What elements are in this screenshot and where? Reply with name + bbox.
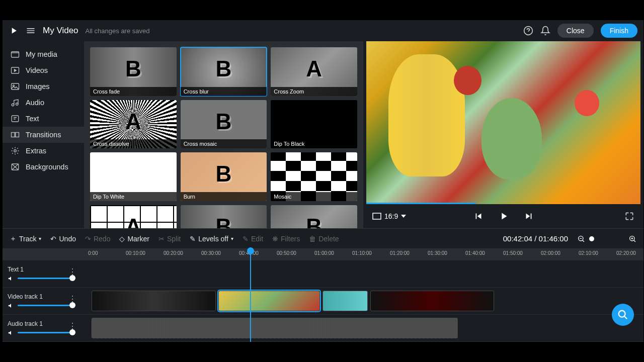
volume-icon[interactable] xyxy=(8,275,15,282)
chevron-down-icon xyxy=(401,215,406,218)
transition-item[interactable]: B xyxy=(271,205,357,228)
transition-burn[interactable]: BBurn xyxy=(181,152,267,201)
sidebar-item-my-media[interactable]: My media xyxy=(3,46,84,62)
help-fab[interactable] xyxy=(612,304,634,326)
track-header: Audio track 1⋮ xyxy=(3,318,80,338)
transition-cross-dissolve[interactable]: ACross dissolve xyxy=(90,100,177,149)
timeline-ruler[interactable]: 0:0000:10:0000:20:0000:30:0000:40:0000:5… xyxy=(3,248,643,260)
transition-label: Cross mosaic xyxy=(181,139,267,148)
video-clip[interactable] xyxy=(323,291,368,311)
edit-button[interactable]: ✎Edit xyxy=(243,235,263,243)
track-name: Text 1 xyxy=(8,266,75,273)
zoom-controls[interactable] xyxy=(577,235,594,243)
next-button[interactable] xyxy=(523,211,534,222)
volume-icon[interactable] xyxy=(8,302,15,309)
volume-icon[interactable] xyxy=(8,329,15,336)
svg-point-10 xyxy=(14,150,17,152)
transition-label: Cross dissolve xyxy=(90,139,177,148)
volume-slider[interactable] xyxy=(18,278,75,279)
transition-label: Cross fade xyxy=(90,87,177,96)
svg-point-6 xyxy=(16,103,19,106)
track-header: Video track 1⋮ xyxy=(3,291,80,311)
svg-rect-12 xyxy=(373,213,381,219)
fullscreen-icon[interactable] xyxy=(624,211,634,221)
timeline-toolbar: ＋Track▾ ↶Undo ↷Redo ◇Marker ✂Split ✎Leve… xyxy=(3,228,643,248)
transition-cross-mosaic[interactable]: BCross mosaic xyxy=(181,100,267,149)
play-button[interactable] xyxy=(498,211,509,222)
track-row: Text 1⋮ xyxy=(3,260,643,288)
track-content[interactable] xyxy=(80,315,643,341)
close-button[interactable]: Close xyxy=(557,24,594,38)
transition-label: Dip To Black xyxy=(271,139,357,148)
add-track-button[interactable]: ＋Track▾ xyxy=(10,234,41,243)
video-icon xyxy=(11,66,20,75)
image-icon xyxy=(11,82,20,91)
transition-dip-to-white[interactable]: Dip To White xyxy=(90,152,177,201)
timeline: Text 1⋮Video track 1⋮Audio track 1⋮ xyxy=(3,260,643,342)
finish-button[interactable]: Finish xyxy=(601,24,637,38)
track-name: Audio track 1 xyxy=(8,320,75,327)
transition-mosaic[interactable]: Mosaic xyxy=(271,152,357,201)
track-content[interactable] xyxy=(80,288,643,314)
transitions-icon xyxy=(11,130,20,139)
ruler-tick: 00:50:00 xyxy=(277,250,296,256)
transition-cross-blur[interactable]: BCross blur xyxy=(181,47,267,96)
undo-button[interactable]: ↶Undo xyxy=(50,235,75,243)
transition-item[interactable]: B xyxy=(181,205,267,228)
transition-cross-zoom[interactable]: ACross Zoom xyxy=(271,47,357,96)
transition-item[interactable]: A xyxy=(90,205,177,228)
video-clip[interactable] xyxy=(370,291,494,311)
main-area: My mediaVideosImagesAudioTextTransitions… xyxy=(3,41,643,228)
ruler-tick: 01:50:00 xyxy=(503,250,523,256)
sidebar-item-label: Extras xyxy=(26,147,46,155)
svg-point-15 xyxy=(619,311,625,317)
sidebar-item-audio[interactable]: Audio xyxy=(3,95,84,111)
folder-icon xyxy=(11,50,20,59)
app-window: My Video All changes are saved Close Fin… xyxy=(3,20,643,342)
audio-clip[interactable] xyxy=(92,318,457,338)
transition-dip-to-black[interactable]: Dip To Black xyxy=(271,100,357,149)
preview-area: 16:9 xyxy=(363,41,643,228)
zoom-out-icon[interactable] xyxy=(577,235,585,243)
bell-icon[interactable] xyxy=(540,26,550,36)
marker-button[interactable]: ◇Marker xyxy=(119,235,149,243)
transition-cross-fade[interactable]: BCross fade xyxy=(90,47,177,96)
logo-icon xyxy=(9,26,19,36)
transition-label: Dip To White xyxy=(90,192,177,201)
preview-video[interactable] xyxy=(366,41,640,204)
sidebar-item-label: Audio xyxy=(26,99,44,107)
split-button[interactable]: ✂Split xyxy=(158,235,181,243)
video-clip[interactable] xyxy=(218,291,319,311)
levels-button[interactable]: ✎Levels off▾ xyxy=(190,235,233,243)
transition-label: Mosaic xyxy=(271,192,357,201)
zoom-in-icon[interactable] xyxy=(628,235,636,243)
track-content[interactable] xyxy=(80,260,643,287)
redo-button[interactable]: ↷Redo xyxy=(85,235,110,243)
sidebar-item-text[interactable]: Text xyxy=(3,111,84,127)
volume-slider[interactable] xyxy=(18,305,75,306)
sidebar-item-backgrounds[interactable]: Backgrounds xyxy=(3,159,84,175)
sidebar-item-videos[interactable]: Videos xyxy=(3,62,84,78)
sidebar-item-images[interactable]: Images xyxy=(3,78,84,95)
transition-label: Burn xyxy=(181,192,267,201)
search-icon xyxy=(617,309,628,320)
delete-button[interactable]: 🗑Delete xyxy=(309,235,339,243)
svg-rect-9 xyxy=(16,133,19,137)
ruler-tick: 00:10:00 xyxy=(126,250,145,256)
sidebar-item-transitions[interactable]: Transitions xyxy=(3,127,84,143)
ruler-tick: 00:30:00 xyxy=(201,250,221,256)
prev-button[interactable] xyxy=(473,211,484,222)
help-icon[interactable] xyxy=(523,26,533,36)
ruler-tick: 00:40:00 xyxy=(239,250,259,256)
menu-icon[interactable] xyxy=(26,26,36,36)
volume-slider[interactable] xyxy=(18,332,75,333)
ruler-tick: 01:00:00 xyxy=(314,250,334,256)
track-row: Audio track 1⋮ xyxy=(3,315,643,342)
sidebar-item-label: Images xyxy=(26,82,50,90)
sidebar-item-label: Text xyxy=(26,115,39,123)
sidebar-item-extras[interactable]: Extras xyxy=(3,143,84,159)
sidebar-item-label: Transitions xyxy=(26,131,61,139)
video-clip[interactable] xyxy=(92,291,215,311)
filters-button[interactable]: ❋Filters xyxy=(272,235,300,243)
aspect-ratio-selector[interactable]: 16:9 xyxy=(372,212,406,220)
